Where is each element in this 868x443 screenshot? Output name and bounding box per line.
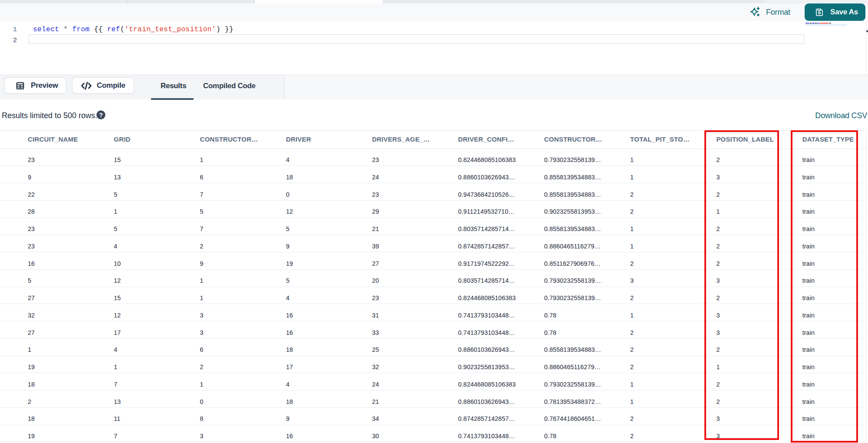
svg-text:?: ? (99, 111, 103, 119)
